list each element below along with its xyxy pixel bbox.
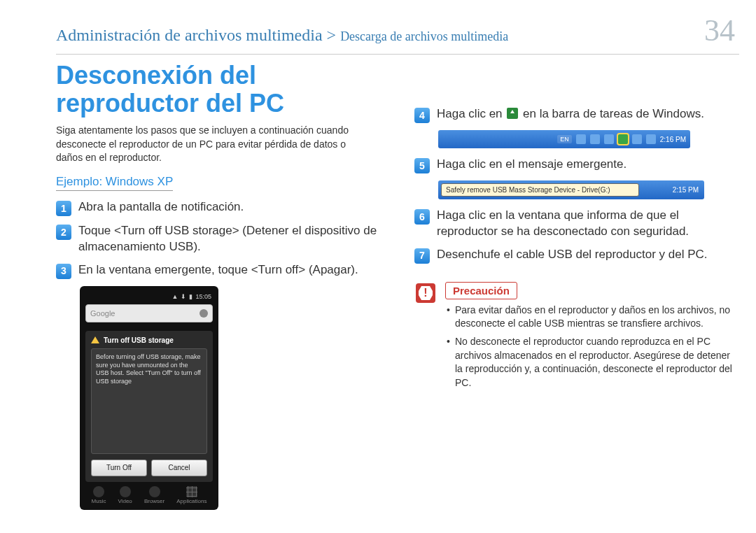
phone-search-bar[interactable]: Google	[85, 304, 213, 322]
dialog-title: Turn off USB storage	[104, 336, 174, 344]
tray-icon[interactable]	[604, 134, 614, 144]
dialog-body: Before turning off USB storage, make sur…	[91, 348, 207, 454]
phone-search-placeholder: Google	[90, 309, 115, 318]
phone-status-icon: ⬇	[181, 293, 186, 300]
step-text: En la ventana emergente, toque <Turn off…	[78, 262, 381, 278]
header-divider	[56, 54, 739, 55]
step-2: 2 Toque <Turn off USB storage> (Detener …	[56, 223, 381, 255]
caution-title: Precaución	[445, 282, 517, 299]
page-header: Administración de archivos multimedia > …	[0, 0, 756, 54]
caution-icon	[416, 283, 435, 303]
step-badge: 4	[414, 108, 430, 123]
balloon-tooltip[interactable]: Safely remove USB Mass Storage Device - …	[441, 183, 639, 197]
nav-video[interactable]: Video	[118, 486, 132, 504]
page-title: Desconexión del reproductor del PC	[56, 62, 381, 117]
windows-taskbar: EN 2:16 PM	[438, 130, 690, 148]
caution-item: No desconecte el reproductor cuando repr…	[445, 335, 732, 390]
turn-off-button[interactable]: Turn Off	[91, 460, 147, 476]
step-1: 1 Abra la pantalla de notificación.	[56, 199, 381, 216]
step-text: Haga clic en la ventana que informa de q…	[437, 208, 739, 240]
caution-item: Para evitar daños en el reproductor y da…	[445, 304, 732, 331]
step-text: Abra la pantalla de notificación.	[78, 199, 381, 215]
step-7: 7 Desenchufe el cable USB del reproducto…	[414, 247, 739, 264]
step-5: 5 Haga clic en el mensaje emergente.	[414, 157, 739, 173]
example-label: Ejemplo: Windows XP	[56, 175, 173, 191]
phone-screenshot: ▲ ⬇ ▮ 15:05 Google Turn off USB storage …	[80, 286, 218, 510]
phone-status-bar: ▲ ⬇ ▮ 15:05	[85, 292, 213, 301]
warning-icon	[91, 336, 99, 343]
nav-browser[interactable]: Browser	[144, 486, 164, 504]
step-badge: 2	[56, 225, 71, 240]
step-badge: 3	[56, 264, 71, 279]
browser-icon	[149, 486, 160, 497]
taskbar-time: 2:16 PM	[660, 136, 686, 143]
intro-text: Siga atentamente los pasos que se incluy…	[56, 124, 364, 165]
step-text: Haga clic en en la barra de tareas de Wi…	[437, 106, 739, 122]
tray-icon[interactable]	[645, 186, 653, 194]
right-column: 4 Haga clic en en la barra de tareas de …	[414, 62, 739, 510]
nav-apps[interactable]: Applications	[176, 486, 206, 504]
phone-status-time: 15:05	[195, 293, 211, 300]
safely-remove-tray-icon[interactable]	[618, 134, 628, 144]
page-number: 34	[704, 13, 739, 48]
phone-nav-bar: Music Video Browser Applications	[85, 486, 213, 504]
mic-icon[interactable]	[200, 309, 208, 318]
lang-indicator[interactable]: EN	[557, 135, 572, 143]
tray-icon[interactable]	[646, 134, 656, 144]
safely-remove-icon	[507, 108, 518, 119]
phone-status-icon: ▲	[172, 293, 178, 300]
breadcrumb-sep: >	[323, 26, 341, 44]
content-columns: Desconexión del reproductor del PC Siga …	[0, 62, 756, 510]
step-badge: 7	[414, 248, 430, 264]
nav-music[interactable]: Music	[92, 486, 106, 504]
breadcrumb: Administración de archivos multimedia > …	[56, 26, 508, 45]
tray-icon[interactable]	[590, 134, 600, 144]
step-text: Haga clic en el mensaje emergente.	[437, 157, 739, 173]
tray-icon[interactable]	[632, 134, 642, 144]
music-icon	[93, 486, 104, 497]
step-4: 4 Haga clic en en la barra de tareas de …	[414, 106, 739, 123]
tray-icon[interactable]	[659, 186, 667, 194]
breadcrumb-main: Administración de archivos multimedia	[56, 26, 323, 44]
phone-dialog: Turn off USB storage Before turning off …	[85, 331, 213, 482]
phone-status-signal-icon: ▮	[189, 293, 192, 300]
step-badge: 1	[56, 201, 71, 216]
video-icon	[120, 486, 131, 497]
step-badge: 5	[414, 158, 430, 173]
step-4-pre: Haga clic en	[437, 107, 505, 120]
caution-list: Para evitar daños en el reproductor y da…	[445, 304, 732, 390]
dialog-title-row: Turn off USB storage	[91, 336, 207, 344]
tray-icon[interactable]	[576, 134, 586, 144]
step-3: 3 En la ventana emergente, toque <Turn o…	[56, 262, 381, 279]
breadcrumb-sub: Descarga de archivos multimedia	[340, 29, 508, 43]
popup-time: 2:15 PM	[673, 186, 701, 194]
left-column: Desconexión del reproductor del PC Siga …	[56, 62, 381, 510]
step-text: Toque <Turn off USB storage> (Detener el…	[78, 223, 381, 255]
dialog-buttons: Turn Off Cancel	[91, 460, 207, 476]
step-text: Desenchufe el cable USB del reproductor …	[437, 247, 739, 263]
cancel-button[interactable]: Cancel	[151, 460, 207, 476]
step-4-post: en la barra de tareas de Windows.	[519, 107, 704, 120]
apps-icon	[186, 486, 197, 497]
step-6: 6 Haga clic en la ventana que informa de…	[414, 208, 739, 240]
caution-box: Precaución Para evitar daños en el repro…	[414, 278, 739, 399]
windows-popup: Safely remove USB Mass Storage Device - …	[438, 180, 704, 199]
step-badge: 6	[414, 209, 430, 225]
